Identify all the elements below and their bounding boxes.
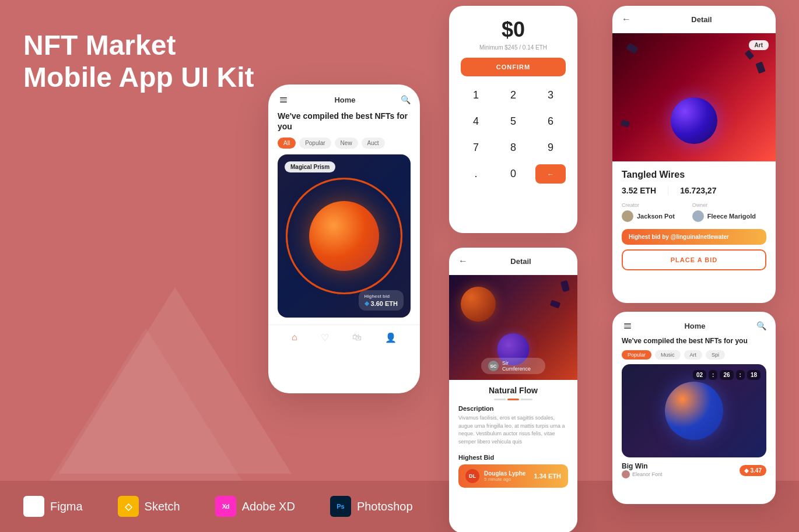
tab-auct[interactable]: Auct xyxy=(362,138,385,149)
detail-right-image: Art xyxy=(612,33,776,161)
key-8[interactable]: 8 xyxy=(498,138,528,157)
timer-minutes: 26 xyxy=(720,370,733,380)
scroll-indicator xyxy=(449,399,577,400)
tool-xd: Xd Adobe XD xyxy=(215,496,295,517)
payment-card: $0 Minimum $245 / 0.14 ETH CONFIRM 1 2 3… xyxy=(449,6,577,233)
tool-ps-label: Photoshop xyxy=(357,500,413,513)
place-bid-button[interactable]: PLACE A BID xyxy=(622,249,766,270)
tab-popular[interactable]: Popular xyxy=(299,138,331,149)
tool-figma-label: Figma xyxy=(50,500,83,513)
tangled-scene xyxy=(612,33,776,161)
htab-music[interactable]: Music xyxy=(655,350,681,360)
nav-heart-icon[interactable]: ♡ xyxy=(321,332,329,343)
creator-name: Jackson Pot xyxy=(622,210,675,222)
nft-small-details: Big Win Eleanor Font xyxy=(622,462,663,478)
delete-key[interactable]: ← xyxy=(535,164,566,184)
htab-art[interactable]: Art xyxy=(684,350,703,360)
highest-bid-title: Highest Bid xyxy=(458,450,568,461)
creator-small-avatar xyxy=(622,470,630,478)
key-9[interactable]: 9 xyxy=(535,138,566,157)
numpad: 1 2 3 4 5 6 7 8 9 . 0 ← xyxy=(461,86,566,184)
nav-bag-icon[interactable]: 🛍 xyxy=(352,332,362,343)
hamburger-right-icon[interactable] xyxy=(622,320,633,332)
key-1[interactable]: 1 xyxy=(461,86,491,105)
nft-label: Magical Prism xyxy=(285,161,335,172)
phone-subtitle: We've compiled the best NFTs for you xyxy=(268,111,420,138)
tab-all[interactable]: All xyxy=(278,138,296,149)
key-7[interactable]: 7 xyxy=(461,138,491,157)
sc-avatar: SC xyxy=(488,361,499,371)
payment-subtitle: Minimum $245 / 0.14 ETH xyxy=(479,44,547,51)
key-6[interactable]: 6 xyxy=(535,112,566,131)
bid-row: DL Douglas Lyphe 5 minute ago 1.34 ETH xyxy=(458,464,568,488)
phone-footer: ⌂ ♡ 🛍 👤 xyxy=(268,325,420,350)
hero-title: NFT Market Mobile App UI Kit xyxy=(23,29,286,93)
key-dot[interactable]: . xyxy=(461,164,491,184)
creator-row: Creator Jackson Pot Owner Fleece Marigol… xyxy=(622,202,766,222)
detail-nft-title: Natural Flow xyxy=(449,380,577,399)
timer-seconds: 18 xyxy=(747,370,761,380)
figma-icon xyxy=(23,496,44,517)
tool-figma: Figma xyxy=(23,496,83,517)
creator-avatar xyxy=(622,210,633,222)
back-arrow-right-icon[interactable]: ← xyxy=(622,14,631,24)
description-text: Vivamus facilisis, eros et sagittis soda… xyxy=(449,414,577,446)
phone-title: Home xyxy=(334,96,355,104)
bidder-name: Douglas Lyphe xyxy=(484,470,525,477)
tw-planet xyxy=(671,97,717,144)
payment-amount: $0 xyxy=(502,17,525,42)
htab-spi[interactable]: Spi xyxy=(706,350,725,360)
price-value: 16.723,27 xyxy=(680,186,716,195)
tool-sketch: ◇ Sketch xyxy=(118,496,180,517)
key-5[interactable]: 5 xyxy=(498,112,528,131)
detail-image-bottom: SC Sir Cumference xyxy=(449,275,577,380)
art-badge: Art xyxy=(749,40,769,50)
filter-tabs: All Popular New Auct xyxy=(268,138,420,154)
eth-divider xyxy=(668,186,668,195)
home-right-header: Home 🔍 xyxy=(612,312,776,337)
home-right-subtitle: We've compiled the best NFTs for you xyxy=(612,337,776,351)
nft-small-name: Big Win xyxy=(622,462,663,470)
owner-label: Owner xyxy=(692,202,756,208)
tab-new[interactable]: New xyxy=(335,138,358,149)
timer-badge: 02 : 26 : 18 xyxy=(693,370,761,380)
search-icon[interactable]: 🔍 xyxy=(401,95,411,104)
phone-header: Home 🔍 xyxy=(268,84,420,111)
bidder-info: DL Douglas Lyphe 5 minute ago xyxy=(465,469,525,483)
xd-icon: Xd xyxy=(215,496,236,517)
timer-sep: : xyxy=(709,370,717,380)
bidder-avatar: DL xyxy=(465,469,479,483)
eth-value: 3.52 ETH xyxy=(622,186,656,195)
bid-time: 5 minute ago xyxy=(484,477,525,482)
confirm-button[interactable]: CONFIRM xyxy=(461,58,566,76)
home-right-title: Home xyxy=(684,322,705,330)
detail-card-right: ← Detail Art Tangled Wires 3.52 ETH 16.7… xyxy=(612,6,776,303)
key-3[interactable]: 3 xyxy=(535,86,566,105)
nav-home-icon[interactable]: ⌂ xyxy=(292,332,297,343)
eth-icon: ◆ xyxy=(365,300,369,306)
owner-item: Owner Fleece Marigold xyxy=(692,202,756,222)
bid-amount: 1.34 ETH xyxy=(534,473,561,480)
detail-header-bottom: ← Detail xyxy=(449,248,577,275)
tool-sketch-label: Sketch xyxy=(145,500,180,513)
search-right-icon[interactable]: 🔍 xyxy=(756,321,766,330)
detail-right-content: Tangled Wires 3.52 ETH 16.723,27 Creator… xyxy=(612,161,776,279)
description-title: Description xyxy=(449,405,577,414)
timer-sep2: : xyxy=(736,370,745,380)
nav-user-icon[interactable]: 👤 xyxy=(385,332,397,343)
key-4[interactable]: 4 xyxy=(461,112,491,131)
creator-item: Creator Jackson Pot xyxy=(622,202,675,222)
bidder-details: Douglas Lyphe 5 minute ago xyxy=(484,470,525,482)
bid-badge: Highest bid ◆ 3.60 ETH xyxy=(359,290,404,311)
nft-small-info: Big Win Eleanor Font ◆ 3.47 xyxy=(612,457,776,482)
highest-bid-section: Highest Bid DL Douglas Lyphe 5 minute ag… xyxy=(449,446,577,488)
debris-4 xyxy=(745,50,755,59)
owner-avatar xyxy=(692,210,704,222)
detail-right-header: ← Detail xyxy=(612,6,776,33)
back-arrow-icon[interactable]: ← xyxy=(458,256,468,266)
timer-hours: 02 xyxy=(693,370,706,380)
key-0[interactable]: 0 xyxy=(498,164,528,184)
hamburger-icon[interactable] xyxy=(278,94,289,106)
htab-popular[interactable]: Popular xyxy=(622,350,651,360)
key-2[interactable]: 2 xyxy=(498,86,528,105)
